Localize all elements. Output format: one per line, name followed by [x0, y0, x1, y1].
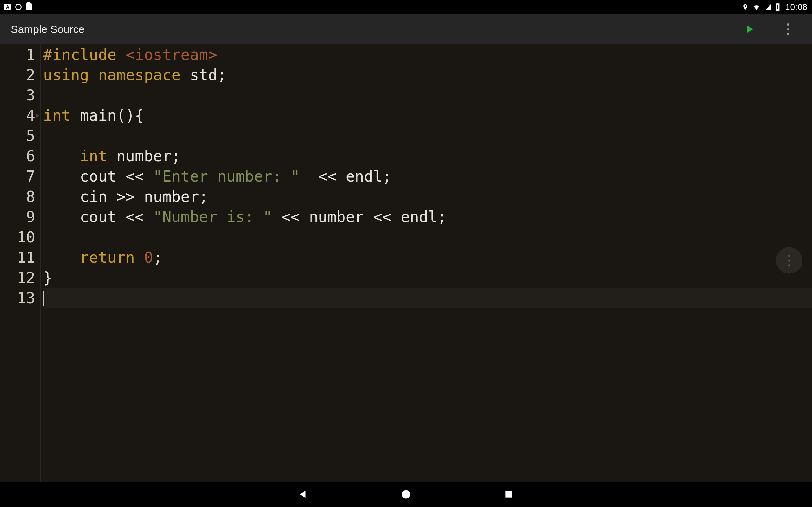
square-recent-icon — [504, 489, 514, 499]
code-line[interactable] — [43, 85, 812, 105]
triangle-back-icon — [298, 489, 309, 500]
token: main(){ — [80, 107, 144, 124]
battery-charging-icon — [775, 3, 780, 11]
app-action-bar: Sample Source — [0, 14, 812, 44]
token: "Enter number: " — [153, 167, 300, 185]
circle-icon — [15, 4, 21, 10]
code-line[interactable] — [43, 227, 812, 247]
token: "Number is: " — [153, 208, 272, 226]
location-icon — [742, 3, 749, 11]
line-number: 4 — [0, 105, 35, 125]
status-bar-right: 10:08 — [742, 2, 808, 12]
line-number: 12 — [0, 268, 35, 288]
token: namespace — [98, 66, 190, 83]
code-line[interactable]: cin >> number; — [43, 186, 812, 207]
wifi-icon — [752, 3, 761, 11]
token: std — [190, 66, 217, 83]
token: } — [43, 269, 52, 286]
action-bar-buttons — [744, 23, 801, 36]
android-nav-bar — [0, 482, 812, 507]
status-clock: 10:08 — [785, 2, 808, 12]
token: << number << endl — [272, 208, 437, 226]
token: ; — [217, 66, 226, 83]
line-number: 10 — [0, 227, 35, 247]
code-line[interactable]: using namespace std; — [43, 65, 812, 85]
line-number: 11 — [0, 247, 35, 268]
line-number: 7 — [0, 166, 35, 186]
line-number: 6 — [0, 146, 35, 166]
code-line[interactable]: int main(){ — [43, 105, 812, 125]
token: ; — [199, 187, 208, 205]
run-button[interactable] — [744, 23, 756, 36]
token: cout << — [43, 167, 153, 185]
text-cursor — [43, 291, 44, 306]
token: return — [80, 248, 144, 266]
code-line[interactable] — [43, 288, 812, 308]
line-number: 3 — [0, 85, 35, 105]
keyboard-icon: A — [4, 4, 11, 10]
code-line[interactable]: int number; — [43, 146, 812, 166]
svg-rect-1 — [505, 491, 512, 498]
line-number: 2 — [0, 65, 35, 85]
token: 0 — [144, 248, 153, 266]
line-number: 8 — [0, 186, 35, 207]
code-line[interactable]: cout << "Number is: " << number << endl; — [43, 207, 812, 227]
token: << endl — [300, 167, 382, 185]
more-vert-icon — [788, 255, 791, 267]
play-icon — [745, 24, 755, 35]
code-line[interactable]: #include <iostream> — [43, 44, 812, 65]
token: ; — [438, 208, 447, 226]
token — [43, 147, 80, 165]
token — [43, 248, 80, 266]
editor-code-area[interactable]: #include <iostream>using namespace std;i… — [41, 44, 812, 482]
editor-gutter: 12345678910111213 — [0, 44, 41, 482]
line-number: 9 — [0, 207, 35, 227]
nav-back-button[interactable] — [296, 487, 310, 501]
code-line[interactable]: return 0; — [43, 247, 812, 268]
line-number: 13 — [0, 288, 35, 308]
more-vert-icon — [787, 23, 789, 35]
token: ; — [153, 248, 162, 266]
nav-home-button[interactable] — [399, 487, 413, 501]
overflow-menu-button[interactable] — [781, 23, 794, 36]
token: <iostream> — [125, 46, 217, 63]
token: int — [43, 107, 80, 124]
line-number: 5 — [0, 125, 35, 146]
code-line[interactable]: } — [43, 268, 812, 288]
code-line[interactable] — [43, 125, 812, 146]
svg-point-0 — [402, 490, 410, 499]
token: ; — [382, 167, 392, 185]
editor-floating-menu-button[interactable] — [776, 247, 803, 274]
android-status-bar: A 10:08 — [0, 0, 812, 14]
line-number: 1 — [0, 44, 35, 65]
code-line[interactable]: cout << "Enter number: " << endl; — [43, 166, 812, 186]
token: using — [43, 66, 98, 83]
token: ; — [171, 147, 181, 165]
token: cout << — [43, 208, 153, 226]
fold-marker-icon[interactable] — [36, 113, 39, 118]
token: cin >> number — [43, 187, 199, 205]
status-bar-left: A — [4, 3, 32, 10]
circle-home-icon — [400, 489, 412, 500]
token: int — [80, 147, 117, 165]
token: #include — [43, 46, 125, 63]
token: number — [116, 147, 171, 165]
nav-recent-button[interactable] — [502, 487, 516, 501]
sdcard-icon — [26, 3, 32, 10]
code-editor[interactable]: 12345678910111213 #include <iostream>usi… — [0, 44, 812, 482]
signal-icon — [764, 3, 772, 11]
page-title: Sample Source — [11, 23, 84, 36]
